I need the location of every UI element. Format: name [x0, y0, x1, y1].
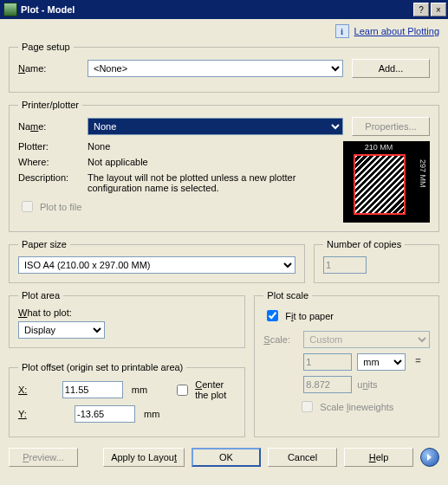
plot-scale-legend: Plot scale — [263, 290, 312, 301]
page-setup-name-select[interactable]: <None> — [88, 60, 343, 77]
context-help-button[interactable]: ? — [413, 3, 429, 16]
preview-button[interactable]: Preview... — [9, 448, 78, 467]
window-title: Plot - Model — [21, 4, 412, 15]
copies-legend: Number of copies — [323, 239, 405, 249]
scale-unit-select[interactable]: mm — [357, 353, 406, 371]
plot-area-legend: Plot area — [18, 290, 63, 301]
scale-lineweights-checkbox — [302, 401, 313, 412]
paper-preview-height: 297 MM — [419, 159, 427, 188]
add-button[interactable]: Add... — [352, 59, 430, 78]
scale-select: Custom — [303, 331, 430, 348]
description-label: Description: — [18, 172, 79, 183]
scale-denominator-input — [303, 376, 352, 393]
equals-icon: = — [411, 355, 425, 369]
fit-to-paper-checkbox[interactable] — [267, 310, 278, 321]
description-value: The layout will not be plotted unless a … — [88, 172, 334, 193]
paper-size-legend: Paper size — [18, 239, 70, 249]
printer-plotter-legend: Printer/plotter — [18, 100, 82, 110]
copies-input — [323, 256, 367, 274]
apply-to-layout-button[interactable]: Apply to Layout — [103, 448, 185, 467]
plot-area-group: Plot area What to plot: Display — [9, 290, 245, 348]
plot-offset-group: Plot offset (origin set to printable are… — [9, 362, 245, 437]
close-button[interactable]: × — [431, 3, 446, 16]
what-to-plot-select[interactable]: Display — [18, 321, 105, 339]
ok-button[interactable]: OK — [192, 448, 261, 467]
where-label: Where: — [18, 157, 79, 167]
offset-y-label: Y: — [18, 409, 66, 419]
offset-y-input[interactable] — [75, 405, 135, 423]
paper-preview-width: 210 MM — [344, 143, 413, 152]
paper-size-group: Paper size ISO A4 (210.00 x 297.00 MM) — [9, 239, 305, 283]
offset-x-unit: mm — [132, 385, 147, 395]
scale-drawing-unit: units — [357, 379, 377, 390]
plotter-value: None — [88, 141, 110, 152]
expand-button[interactable] — [420, 448, 439, 467]
info-icon: i — [335, 24, 349, 38]
app-icon — [3, 3, 17, 16]
offset-x-label: X: — [18, 385, 54, 395]
plot-to-file-label: Plot to file — [40, 202, 81, 212]
paper-size-select[interactable]: ISO A4 (210.00 x 297.00 MM) — [18, 256, 295, 274]
plot-to-file-checkbox — [22, 201, 33, 212]
fit-to-paper-label: Fit to paper — [285, 311, 334, 321]
page-setup-group: Page setup Name: <None> Add... — [9, 42, 439, 93]
plot-offset-legend: Plot offset (origin set to printable are… — [18, 362, 186, 372]
properties-button[interactable]: Properties... — [352, 117, 430, 136]
printer-name-label: Name: — [18, 121, 79, 132]
what-to-plot-label: What to plot: — [18, 307, 236, 318]
help-button[interactable]: Help — [344, 448, 413, 467]
offset-y-unit: mm — [144, 409, 159, 419]
scale-label: Scale: — [263, 334, 298, 345]
center-plot-checkbox[interactable] — [177, 385, 188, 396]
cancel-button[interactable]: Cancel — [268, 448, 337, 467]
offset-x-input[interactable] — [62, 381, 123, 398]
printer-plotter-group: Printer/plotter Name: None Properties...… — [9, 100, 439, 232]
page-setup-name-label: Name: — [18, 63, 79, 74]
where-value: Not applicable — [88, 157, 148, 167]
scale-numerator-input — [303, 353, 352, 371]
printer-name-select[interactable]: None — [88, 118, 343, 135]
scale-lineweights-label: Scale lineweights — [320, 402, 393, 412]
copies-group: Number of copies — [314, 239, 439, 283]
paper-preview-sheet — [354, 154, 406, 215]
center-plot-label: Center the plot — [195, 379, 236, 400]
page-setup-legend: Page setup — [18, 42, 74, 52]
learn-about-plotting-link[interactable]: Learn about Plotting — [354, 26, 439, 36]
plotter-label: Plotter: — [18, 141, 79, 152]
plot-scale-group: Plot scale Fit to paper Scale: Custom mm… — [254, 290, 439, 437]
chevron-right-icon — [425, 453, 434, 462]
title-bar: Plot - Model ? × — [0, 0, 448, 19]
paper-preview: 210 MM 297 MM — [343, 141, 430, 223]
